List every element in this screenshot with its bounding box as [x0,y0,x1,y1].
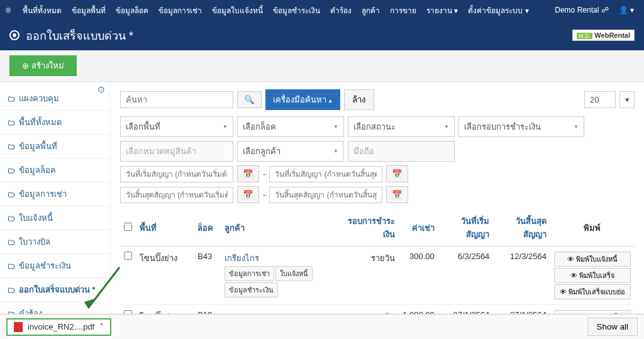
sidebar-item[interactable]: ข้อมูลชำระเงิน [0,253,110,277]
new-button[interactable]: สร้างใหม่ [9,55,77,76]
topnav-item[interactable]: ข้อมูลชำระเงิน [268,6,325,15]
col-lock[interactable]: ล็อค [194,209,221,247]
tenant-switcher[interactable]: Demo Rental ☍ [550,6,613,14]
page-icon [9,30,19,40]
topnav-item[interactable]: ข้อมูลล็อค [111,6,153,15]
sidebar-item[interactable]: ออกใบเสร็จแบบด่วน * [0,277,110,301]
col-area[interactable]: พื้นที่ [136,209,194,247]
download-filename: invoice_RN2....pdf [28,322,94,331]
topnav-item[interactable]: พื้นที่ทั้งหมด [18,6,67,15]
tag-pay[interactable]: ข้อมูลชำระเงิน [225,282,278,297]
date-end-to[interactable] [269,187,382,203]
sidebar-item[interactable]: ใบแจ้งหนี้ [0,206,110,230]
search-input[interactable] [120,91,233,108]
calendar-icon[interactable]: 📅 [237,165,259,182]
topnav-item[interactable]: ข้อมูลการเช่า [153,6,207,15]
date-start-from[interactable] [120,166,233,182]
logo: M.D. WebRental [572,30,635,41]
print-invoice-button[interactable]: 👁 พิมพ์ใบแจ้งหนี้ [554,252,631,267]
col-round[interactable]: รอบการชำระเงิน [343,209,399,247]
calendar-icon[interactable]: 📅 [237,186,259,203]
user-icon[interactable]: 👤 ▾ [614,6,639,14]
topnav-item[interactable]: รายงาน ▾ [421,6,463,15]
download-bar: invoice_RN2....pdf ˄ Show all [0,314,644,339]
cell-lock: B43 [194,247,221,305]
topnav-item[interactable]: คำร้อง [325,6,357,15]
calendar-icon[interactable]: 📅 [386,165,408,182]
topnav-item[interactable]: ตั้งค่าข้อมูลระบบ ▾ [463,6,533,15]
sidebar: ⊙ แผงควบคุมพื้นที่ทั้งหมดข้อมูลพื้นที่ข้… [0,82,110,339]
select-all-checkbox[interactable] [124,223,132,231]
toolbar: สร้างใหม่ [0,50,644,82]
show-all-button[interactable]: Show all [587,318,638,336]
col-start[interactable]: วันที่เริ่มสัญญา [438,209,494,247]
cell-end: 12/3/2564 [493,247,550,305]
pdf-icon [14,322,23,332]
print-mini-button[interactable]: 👁 พิมพ์ใบเสร็จแบบย่อ [554,284,631,299]
sidebar-item[interactable]: ข้อมูลพื้นที่ [0,134,110,158]
filter-customer[interactable]: เลือกลูกค้า [237,141,344,162]
top-navbar: ⊗ พื้นที่ทั้งหมดข้อมูลพื้นที่ข้อมูลล็อคข… [0,0,644,20]
download-chip[interactable]: invoice_RN2....pdf ˄ [6,318,111,336]
sidebar-item[interactable]: ข้อมูลการเช่า [0,182,110,206]
sidebar-item[interactable]: แผงควบคุม [0,87,110,110]
tag-invoice[interactable]: ใบแจ้งหนี้ [275,266,313,281]
customer-link[interactable]: เกรียงไกร [225,253,259,263]
sidebar-item[interactable]: พื้นที่ทั้งหมด [0,110,110,134]
filter-round[interactable]: เลือกรอบการชำระเงิน [458,116,584,137]
page-size-caret[interactable]: ▾ [619,91,635,108]
col-print: พิมพ์ [550,209,635,247]
col-customer[interactable]: ลูกค้า [221,209,343,247]
page-header: ออกใบเสร็จแบบด่วน * M.D. WebRental [0,20,644,50]
joomla-icon[interactable]: ⊗ [5,6,11,14]
cell-rent: 300.00 [399,247,438,305]
table-row: โซนปิ๊งย่างB43เกรียงไกรข้อมูลการเช่าใบแจ… [120,247,635,305]
topnav-item[interactable]: ข้อมูลใบแจ้งหนี้ [207,6,268,15]
page-title: ออกใบเสร็จแบบด่วน * [26,26,572,45]
search-button[interactable]: 🔍 [237,91,262,108]
chevron-up-icon[interactable]: ˄ [99,322,104,331]
topnav-item[interactable]: ลูกค้า [357,6,385,15]
print-receipt-button[interactable]: 👁 พิมพ์ใบเสร็จ [554,268,631,283]
sidebar-item[interactable]: ใบวางบิล [0,230,110,253]
tag-rent[interactable]: ข้อมูลการเช่า [225,266,274,281]
cell-round: รายวัน [343,247,399,305]
search-tools-button[interactable]: เครื่องมือค้นหา [265,89,340,110]
clear-button[interactable]: ล้าง [344,89,374,110]
sidebar-item[interactable]: ข้อมูลล็อค [0,158,110,182]
topnav-item[interactable]: การขาย [385,6,421,15]
cell-area: โซนปิ๊งย่าง [136,247,194,305]
row-checkbox[interactable] [124,252,132,260]
collapse-sidebar-icon[interactable]: ⊙ [97,84,105,94]
filter-category: เลือกหมวดหมู่สินค้า [120,141,233,162]
topnav-item[interactable]: ข้อมูลพื้นที่ [67,6,111,15]
filter-status[interactable]: เลือกสถานะ [348,116,455,137]
cell-start: 6/3/2564 [438,247,494,305]
main-content: 🔍 เครื่องมือค้นหา ล้าง 20 ▾ เลือกพื้นที่… [110,82,644,339]
date-start-to[interactable] [269,166,382,182]
filter-phone: มือถือ [348,141,455,162]
page-size-select[interactable]: 20 [584,91,616,108]
col-rent[interactable]: ค่าเช่า [399,209,438,247]
col-end[interactable]: วันสิ้นสุดสัญญา [493,209,550,247]
calendar-icon[interactable]: 📅 [386,186,408,203]
filter-area[interactable]: เลือกพื้นที่ [120,116,233,137]
filter-lock[interactable]: เลือกล็อค [237,116,344,137]
date-end-from[interactable] [120,187,233,203]
